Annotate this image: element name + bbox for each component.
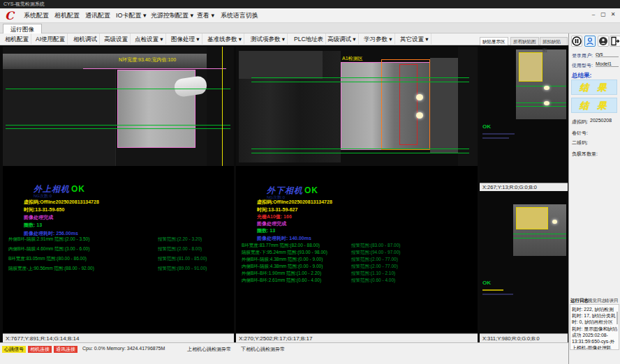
turn-count-line: 圈数: 13 [257, 227, 275, 234]
app-window: CYS-视觉检测系统 C 系统配置 相机配置 通讯配置 IO卡配置 ▾ 光源控制… [0, 0, 620, 364]
log-scrollbar[interactable] [617, 312, 618, 324]
camera-image-upper[interactable]: N环宽度:93.40;宽内值:100 [3, 47, 234, 166]
tool-test-params[interactable]: 测试项参数 ▾ [249, 33, 288, 45]
tab-run-image[interactable]: 运行图像 [3, 24, 42, 33]
tab-run-log[interactable]: 运行日志 [570, 298, 589, 304]
alarm-range: 报警范围:(89.00 - 91.00) [158, 266, 207, 272]
alarm-range: 报警范围:(83.00 - 87.00) [351, 243, 400, 249]
control-panel: 登录用户: cys 使用型号: Model1 总结果: 结 果 结 果 虚拟码:… [568, 33, 620, 364]
tool-baseline-params[interactable]: 基准线参数 ▾ [205, 33, 244, 45]
camera-name: 外上相机 [34, 184, 70, 194]
time-line: 时间:13-31-59-650 [24, 206, 64, 213]
dim-log-line [482, 133, 515, 135]
camera-panel-lower[interactable]: A1检测区 外下相机OK NG次数:0 虚拟码:Offline202502081… [236, 47, 478, 333]
qrcode-label: 二维码: [572, 139, 588, 146]
maximize-button[interactable]: ▢ [599, 10, 607, 19]
app-logo-icon: C [5, 9, 14, 22]
camera-panel-upper[interactable]: N环宽度:93.40;宽内值:100 外上相机OK NG次数:0 虚拟码:Off… [3, 47, 234, 333]
encoder-line: 光栅A10值: 166 [257, 213, 292, 220]
cell-highlight [519, 52, 542, 82]
exit-button[interactable] [610, 36, 620, 47]
tab-defect-display[interactable]: 缺陷显示区 [480, 37, 508, 45]
machine-body-left [3, 69, 116, 166]
cpu-memory-text: Cpu: 0.0% Memory: 3424.41796875M [82, 346, 165, 351]
camera-image-lower[interactable]: A1检测区 [236, 47, 478, 166]
measurement-value: 隔膜宽度-上:90.56mm 范围:(88.00 - 92.00) [8, 266, 94, 272]
login-user-value: cys [596, 52, 619, 57]
needle-no-label: 卷针号: [572, 130, 588, 137]
alarm-range: 报警范围:(2.00 - 8.00) [158, 246, 202, 252]
log-text-area[interactable]: 耗时: 222, 缺陷检测耗时: 17, 缺陷分类耗时: 0, 缺陷画框分区耗时… [570, 304, 619, 350]
pixel-coord-readout-thumb1: X:267;Y:13;R:0;G:0;B:0 [480, 183, 568, 191]
measure-line-green [251, 77, 469, 78]
reflection-glint [416, 112, 423, 119]
measure-line-green [6, 125, 230, 126]
thumb-status-text: OK [482, 280, 491, 286]
result-ok-text: OK [71, 184, 85, 194]
virtual-code-label: 虚拟码: [572, 119, 588, 126]
image-annotation: N环宽度:93.40;宽内值:100 [119, 56, 176, 63]
image-annotation: A1检测区 [342, 55, 363, 62]
reflection-glint [552, 220, 557, 224]
tool-ai-config[interactable]: AI使用配置 [34, 33, 68, 45]
lower-cam-warning: 下相机心跳检测异常 [241, 346, 285, 353]
minimize-button[interactable]: – [589, 10, 598, 19]
reflection-glint [544, 101, 549, 105]
tab-capture-defects[interactable]: 抓拍缺陷图 [540, 37, 568, 45]
operator-button[interactable] [598, 36, 609, 47]
measurement-value: 内侧B环-隔膜:4.60mm 范围:(3.00 - 6.00) [8, 246, 89, 252]
model-label: 使用型号: [572, 62, 593, 69]
tool-other-settings[interactable]: 其它设置 ▾ [398, 33, 431, 45]
measure-line-green [251, 82, 469, 82]
tool-advanced-set[interactable]: 高级设置 [102, 33, 131, 45]
measurement-value: B环宽度:83.05mm 范围:(80.00 - 86.00) [8, 256, 87, 262]
neg-tab-count-label: 负极耳数量: [572, 151, 598, 158]
dim-log-line [482, 294, 513, 295]
cell-highlight [516, 207, 548, 229]
login-user-button[interactable] [584, 36, 596, 47]
alarm-range: 报警范围:(2.00 - 77.00) [351, 257, 398, 263]
menu-view[interactable]: 查看 ▾ [194, 8, 217, 23]
measure-line-green [516, 103, 566, 103]
menu-language-switch[interactable]: 系统语言切换 [218, 8, 261, 23]
model-value[interactable]: Model1 [596, 61, 619, 67]
menu-io-config[interactable]: IO卡配置 ▾ [113, 8, 149, 23]
machine-body-mid [430, 58, 458, 153]
tab-vision-log[interactable]: 视觉日志 [588, 298, 606, 304]
menu-light-config[interactable]: 光源控制配置 ▾ [148, 8, 196, 23]
alarm-range: 报警范围:(0.60 - 4.00) [351, 278, 395, 284]
alarm-range: 报警范围:(81.00 - 85.00) [158, 256, 207, 262]
measure-line-green [513, 234, 566, 234]
tool-plc-table[interactable]: PLC地址表 [292, 33, 326, 45]
virtual-code-line: 虚拟码:Offline2025020813134728 [257, 199, 332, 206]
tool-camera-config[interactable]: 相机配置 [3, 33, 31, 45]
measurement-value: B环宽度:83.77mm 范围:(82.00 - 88.00) [242, 243, 320, 249]
tab-strip: 运行图像 [0, 23, 620, 33]
tool-advanced-debug[interactable]: 高级调试 ▾ [325, 33, 359, 45]
defect-thumbnail-2[interactable]: OK [480, 192, 568, 333]
thumb-status-text: OK [482, 123, 491, 130]
process-done-line: 图像处理完成 [257, 220, 286, 227]
virtual-code-line: 虚拟码:Offline2025020813134728 [24, 199, 99, 206]
pixel-coord-readout-lower: X:270;Y:2502;R:17;G:17;B:17 [236, 333, 478, 342]
measurement-value: 外侧B环-隔膜:2.91mm 范围:(2.00 - 3.50) [8, 236, 89, 243]
close-button[interactable]: ✕ [609, 10, 617, 19]
menu-camera-config[interactable]: 相机配置 [52, 8, 82, 23]
tab-all-defects[interactable]: 所有缺陷图 [510, 37, 539, 45]
pause-button[interactable] [571, 36, 582, 47]
comm-link-badge: 通讯连接 [54, 346, 78, 353]
defect-thumbnail-1[interactable]: OK [480, 47, 568, 183]
turn-count-line: 圈数: 13 [24, 222, 42, 229]
menu-comm-config[interactable]: 通讯配置 [82, 8, 113, 23]
result-box-upper: 结 果 [571, 79, 617, 95]
tool-spotcheck-set[interactable]: 点检设置 ▾ [133, 33, 166, 45]
tool-image-process[interactable]: 图像处理 ▾ [169, 33, 202, 45]
measurement-value: 外侧B环-隔膜:4.38mm 范围:(0.00 - 9.00) [242, 257, 323, 263]
measure-line-green [251, 153, 469, 153]
alarm-range: 报警范围:(2.20 - 3.20) [158, 236, 202, 243]
tool-camera-debug[interactable]: 相机调试 [71, 33, 100, 45]
menu-system-config[interactable]: 系统配置 [21, 8, 52, 23]
tool-learning-params[interactable]: 学习参数 ▾ [362, 33, 395, 45]
result-ok-text: OK [304, 185, 318, 195]
login-user-label: 登录用户: [572, 52, 593, 59]
